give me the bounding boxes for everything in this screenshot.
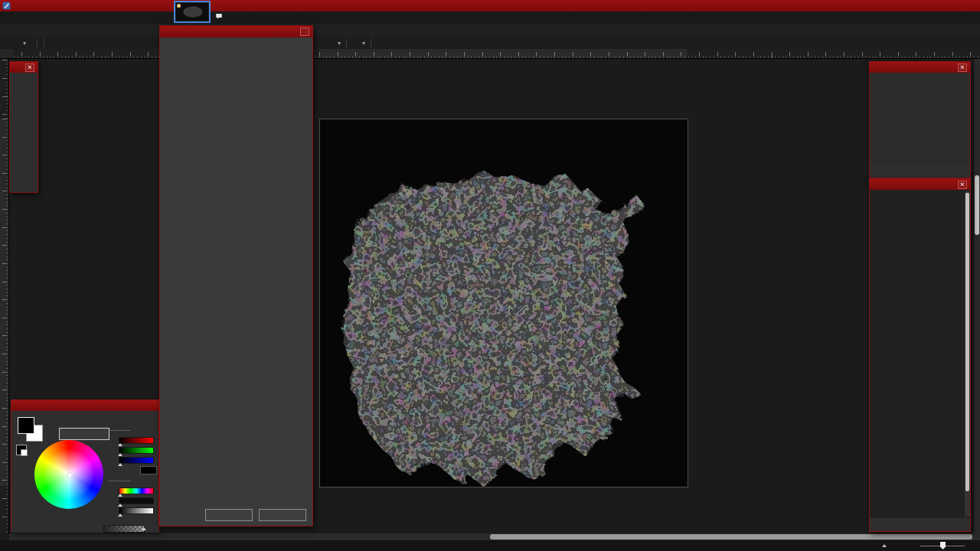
less-button[interactable]	[59, 428, 109, 440]
main-toolbar	[0, 24, 980, 37]
zoom-out-icon[interactable]	[908, 542, 916, 550]
tool-options-bar: ▾ ▾ ▾	[0, 37, 980, 49]
undo-icon[interactable]	[874, 167, 883, 176]
ok-button[interactable]	[205, 509, 253, 521]
magic-wand-icon	[17, 38, 21, 48]
chevron-down-icon: ▾	[23, 40, 26, 47]
fit-window-icon[interactable]	[894, 541, 904, 551]
hex-input[interactable]	[140, 466, 157, 474]
feedback-icon[interactable]	[215, 12, 223, 20]
tools-window: ×	[9, 61, 38, 193]
chevron-down-icon[interactable]: ▾	[338, 40, 341, 47]
status-bar	[0, 540, 980, 551]
title-bar	[0, 0, 980, 11]
image-size-icon	[829, 542, 838, 550]
terrain-heightmap-dialog	[159, 25, 313, 527]
value-slider[interactable]	[119, 507, 154, 514]
horizontal-ruler	[13, 49, 980, 59]
color-wheel-cursor	[67, 472, 74, 479]
redo-icon[interactable]	[887, 167, 897, 176]
unsaved-indicator	[177, 4, 181, 8]
zoom-slider-thumb[interactable]	[940, 542, 946, 549]
close-icon[interactable]: ×	[25, 64, 34, 72]
colors-window	[11, 399, 159, 532]
swatch-mode-toggle[interactable]	[16, 445, 27, 455]
hue-slider[interactable]	[119, 487, 154, 494]
history-window: ×	[869, 61, 971, 178]
cursor-position-icon	[854, 542, 863, 550]
alpha-marker	[142, 527, 146, 530]
vertical-scrollbar-thumb[interactable]	[975, 175, 979, 235]
sample-shape-icon[interactable]	[351, 38, 361, 48]
sample-layer-icon	[322, 38, 332, 48]
zoom-slider[interactable]	[920, 542, 965, 549]
cancel-button[interactable]	[259, 509, 306, 521]
vertical-scrollbar[interactable]	[974, 59, 980, 533]
menu-bar	[0, 11, 980, 24]
close-icon[interactable]: ×	[958, 64, 967, 72]
add-color-icon[interactable]	[13, 493, 21, 500]
ruler-unit-box	[0, 49, 13, 59]
alpha-slider[interactable]	[103, 525, 145, 533]
layers-window: ×	[869, 178, 971, 532]
palette-menu-icon[interactable]	[22, 493, 30, 500]
vertical-ruler	[0, 59, 9, 533]
active-tool-dropdown[interactable]: ▾	[11, 37, 33, 49]
document-tab[interactable]	[174, 1, 211, 23]
saturation-slider[interactable]	[119, 497, 154, 504]
canvas[interactable]	[319, 119, 688, 487]
horizontal-scrollbar-thumb[interactable]	[490, 534, 972, 540]
primary-color-swatch[interactable]	[18, 417, 34, 434]
blue-slider[interactable]	[119, 457, 154, 464]
app-icon	[2, 2, 11, 10]
document-thumbnail	[176, 3, 208, 21]
island-image	[320, 119, 688, 487]
red-slider[interactable]	[119, 437, 154, 444]
fill-mode-icon[interactable]	[54, 38, 64, 48]
layers-scrollbar[interactable]	[965, 191, 970, 517]
close-icon[interactable]	[300, 28, 309, 36]
chevron-down-icon[interactable]: ▾	[362, 40, 365, 47]
zoom-in-icon[interactable]	[969, 542, 977, 550]
close-icon[interactable]: ×	[958, 181, 967, 189]
chevron-up-icon[interactable]	[882, 544, 887, 547]
horizontal-scrollbar[interactable]	[9, 533, 980, 540]
green-slider[interactable]	[119, 447, 154, 454]
layers-scrollbar-thumb[interactable]	[965, 193, 969, 491]
finish-check-icon	[375, 38, 384, 47]
swap-colors-icon[interactable]	[36, 414, 45, 423]
tool-cursor-icon	[2, 542, 11, 550]
